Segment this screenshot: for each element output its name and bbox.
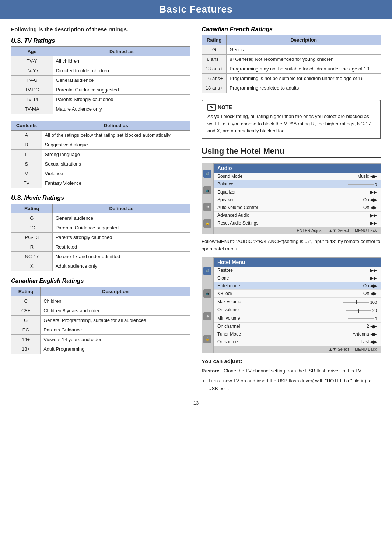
table-cell-value: Parents strongly cautioned bbox=[52, 233, 190, 242]
table-cell-value: Restricted bbox=[52, 242, 190, 252]
menu-row-label: On volume bbox=[217, 307, 239, 312]
table-cell-key: A bbox=[11, 131, 42, 140]
menu-row-value: ▶▶ bbox=[370, 268, 377, 273]
note-text: As you block rating, all rating higher t… bbox=[207, 113, 375, 135]
table-cell-value: Parents Guidance bbox=[41, 325, 190, 335]
page-header: Basic Features bbox=[0, 0, 392, 19]
table-cell-value: Suggestive dialogue bbox=[42, 140, 190, 150]
menu-row: KB lockOff ◀▶ bbox=[214, 290, 381, 298]
table-row: TV-MAMature Audience only bbox=[11, 104, 190, 114]
table-row: PG-13Parents strongly cautioned bbox=[11, 233, 190, 242]
menu-row: Reset Audio Settings▶▶ bbox=[214, 219, 381, 227]
table-cell-value: Children bbox=[41, 296, 190, 306]
hotel-header-label: Hotel Menu bbox=[217, 259, 245, 265]
audio-header-label: Audio bbox=[217, 165, 232, 171]
table-row: TV-GGeneral audience bbox=[11, 76, 190, 85]
menu-row-label: Tuner Mode bbox=[217, 331, 241, 337]
menu-row-value: ▶▶ bbox=[370, 275, 377, 281]
table-cell-value: Programming may not be suitable for chil… bbox=[227, 64, 381, 74]
note-icon: ✎ bbox=[207, 104, 216, 111]
menu-row: On sourceLast ◀▶ bbox=[214, 338, 381, 346]
us-tv-col2-header: Defined as bbox=[53, 47, 190, 56]
table-cell-key: X bbox=[11, 261, 53, 271]
table-cell-key: D bbox=[11, 140, 42, 150]
table-row: TV-Y7Directed to older children bbox=[11, 66, 190, 76]
table-cell-key: PG bbox=[11, 223, 53, 233]
table-cell-value: General audience bbox=[53, 76, 190, 85]
menu-row-label: On channel bbox=[217, 324, 240, 329]
table-cell-value: Parental Guidance suggested bbox=[52, 223, 190, 233]
table-cell-value: 8+General; Not recommended for young chi… bbox=[227, 55, 381, 64]
table-cell-value: All children bbox=[53, 56, 190, 66]
menu-row-value: Music ◀▶ bbox=[357, 174, 377, 179]
menu-row-value: 2 ◀▶ bbox=[367, 324, 377, 329]
menu-row-label: Auto Volume Control bbox=[217, 205, 258, 210]
can-eng-col2-header: Description bbox=[41, 287, 190, 296]
contents-col2-header: Defined as bbox=[42, 121, 190, 131]
table-row: XAdult audience only bbox=[11, 261, 190, 271]
note-box: ✎ NOTE As you block rating, all rating h… bbox=[202, 100, 381, 139]
menu-row: On volume 20 bbox=[214, 306, 381, 315]
table-cell-value: Parental Guidance suggested bbox=[53, 85, 190, 95]
main-content: Following is the description of these ra… bbox=[0, 26, 392, 393]
menu-row: Min volume 0 bbox=[214, 314, 381, 323]
table-row: TV-PGParental Guidance suggested bbox=[11, 85, 190, 95]
hotel-section-title: Using the Hotel Menu bbox=[202, 146, 381, 158]
menu-row-value: 0 bbox=[348, 181, 377, 187]
table-cell-value: General bbox=[227, 45, 381, 55]
table-row: PGParents Guidance bbox=[11, 325, 190, 335]
table-row: SSexual situations bbox=[11, 159, 190, 169]
menu-row-label: Equalizer bbox=[217, 190, 236, 195]
table-cell-value: Parents Strongly cautioned bbox=[53, 95, 190, 104]
menu-row-label: Restore bbox=[217, 268, 233, 273]
menu-row-value: Last ◀▶ bbox=[361, 339, 377, 344]
menu-row-value: Antenna ◀▶ bbox=[353, 331, 377, 337]
audio-menu-header: Audio bbox=[214, 164, 381, 173]
menu-row-value: 20 bbox=[346, 307, 377, 313]
menu-row-value: On ◀▶ bbox=[363, 283, 377, 288]
table-cell-key: TV-MA bbox=[11, 104, 53, 114]
audio-icon: 🔊 bbox=[203, 170, 211, 178]
movie-col1-header: Rating bbox=[11, 204, 53, 213]
note-title: ✎ NOTE bbox=[207, 104, 375, 111]
lock-icon: 🔒 bbox=[203, 219, 211, 228]
table-cell-key: C bbox=[11, 296, 41, 306]
menu-row-value: Off ◀▶ bbox=[363, 291, 377, 296]
table-cell-key: S bbox=[11, 159, 42, 169]
table-row: 14+Viewers 14 years and older bbox=[11, 335, 190, 344]
menu-row-label: Balance bbox=[217, 181, 233, 187]
right-column: Canadian French Ratings Rating Descripti… bbox=[202, 26, 381, 393]
menu-row: Balance 0 bbox=[214, 180, 381, 189]
menu-row-value: On ◀▶ bbox=[363, 197, 377, 202]
table-row: 13 ans+Programming may not be suitable f… bbox=[202, 64, 381, 74]
table-cell-value: Adult Programming bbox=[41, 344, 190, 354]
nav-bar-item: MENU Back bbox=[355, 228, 377, 233]
table-row: DSuggestive dialogue bbox=[11, 140, 190, 150]
table-row: 16 ans+Programming is not be suitable fo… bbox=[202, 74, 381, 83]
menu-row-value: 0 bbox=[348, 315, 377, 321]
hotel-picture-icon: 📺 bbox=[203, 289, 211, 298]
table-cell-value: Strong language bbox=[42, 150, 190, 159]
table-cell-value: Violence bbox=[42, 169, 190, 178]
table-cell-key: G bbox=[11, 316, 41, 325]
table-cell-key: PG bbox=[11, 325, 41, 335]
table-cell-key: 18+ bbox=[11, 344, 41, 354]
table-cell-key: 14+ bbox=[11, 335, 41, 344]
nav-bar-item: ENTER Adjust bbox=[297, 228, 322, 233]
left-column: Following is the description of these ra… bbox=[11, 26, 190, 393]
table-cell-key: 18 ans+ bbox=[202, 83, 227, 93]
table-cell-key: 13 ans+ bbox=[202, 64, 227, 74]
us-tv-col1-header: Age bbox=[11, 47, 53, 56]
menu-row-value: ▶▶ bbox=[370, 190, 377, 195]
table-cell-key: V bbox=[11, 169, 42, 178]
table-cell-key: NC-17 bbox=[11, 252, 53, 261]
intro-text: Following is the description of these ra… bbox=[11, 26, 190, 32]
hotel-menu-wrapper: 🔊 📺 ⚙ 🔒 Hotel Menu Restore▶▶Clone▶▶Hotel… bbox=[202, 257, 381, 353]
picture-icon: 📺 bbox=[203, 186, 211, 194]
menu-row-value: ▶▶ bbox=[370, 221, 377, 226]
us-movie-ratings-table: Rating Defined as GGeneral audiencePGPar… bbox=[11, 204, 190, 271]
us-movie-ratings-title: U.S. Movie Ratings bbox=[11, 195, 190, 201]
movie-col2-header: Defined as bbox=[52, 204, 190, 213]
restore-text: Clone the TV channel setting from the US… bbox=[224, 368, 362, 374]
audio-caption: Follow"MENU">"AUDIO">"BALANCE"(setting i… bbox=[202, 238, 381, 252]
